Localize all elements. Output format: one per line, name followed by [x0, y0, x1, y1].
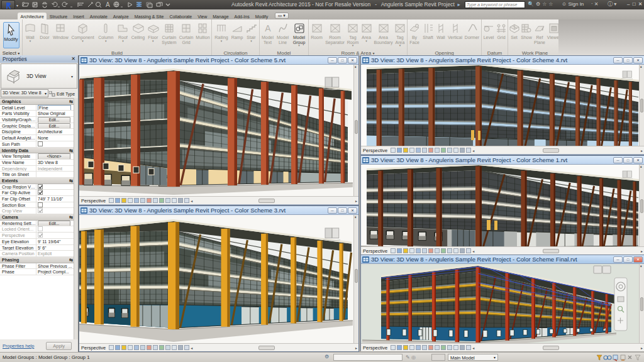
svg-text:A: A — [106, 1, 110, 8]
svg-text:A: A — [265, 23, 271, 33]
